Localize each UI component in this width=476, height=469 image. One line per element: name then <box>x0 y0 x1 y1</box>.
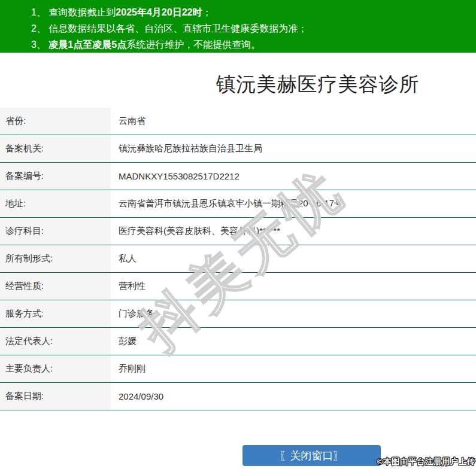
table-row-legal-representative: 法定代表人: 彭媛 <box>0 328 476 355</box>
notice-line-2-text: 2、 信息数据结果以各省、自治区、直辖市卫生健康委数据为准； <box>31 23 307 34</box>
row-value: MADNKXY1553082517D2212 <box>111 163 476 190</box>
row-value: 镇沅彝族哈尼族拉祜族自治县卫生局 <box>111 135 476 162</box>
row-label: 地址: <box>0 190 111 217</box>
table-row-service-mode: 服务方式: 门诊服务 <box>0 300 476 328</box>
row-value: 2024/09/30 <box>111 383 476 410</box>
notice-line-3-end: 系统进行维护，不能提供查询。 <box>126 39 260 50</box>
page-title: 镇沅美赫医疗美容诊所 <box>80 71 476 98</box>
row-label: 主要负责人: <box>0 355 111 382</box>
table-row-treatment-subjects: 诊疗科目: 医疗美容科(美容皮肤科、美容外科)****** <box>0 218 476 245</box>
table-row-filing-authority: 备案机关: 镇沅彝族哈尼族拉祜族自治县卫生局 <box>0 135 476 163</box>
table-row-ownership-form: 所有制形式: 私人 <box>0 245 476 273</box>
table-row-filing-date: 备案日期: 2024/09/30 <box>0 383 476 410</box>
table-row-principal: 主要负责人: 乔刚刚 <box>0 355 476 383</box>
table-row-filing-number: 备案编号: MADNKXY1553082517D2212 <box>0 163 476 190</box>
notice-banner: 1、 查询数据截止到2025年4月20日22时； 2、 信息数据结果以各省、自治… <box>0 0 476 53</box>
notice-line-2: 2、 信息数据结果以各省、自治区、直辖市卫生健康委数据为准； <box>31 20 470 36</box>
table-row-address: 地址: 云南省普洱市镇沅县恩乐镇哀牢小镇一期精品20-16-17号 <box>0 190 476 218</box>
row-value: 乔刚刚 <box>111 355 476 382</box>
upload-attribution-note: ©本图由平台注册用户上传 <box>377 456 475 467</box>
row-label: 诊疗科目: <box>0 218 111 245</box>
row-label: 经营性质: <box>0 273 111 300</box>
row-label: 省份: <box>0 108 111 135</box>
row-value: 私人 <box>111 245 476 272</box>
close-window-button[interactable]: 〖关闭窗口〗 <box>242 445 381 466</box>
row-value: 云南省 <box>111 108 476 135</box>
row-value: 医疗美容科(美容皮肤科、美容外科)****** <box>111 218 476 245</box>
notice-line-1-end: ； <box>202 7 211 17</box>
notice-line-3-text: 3、 <box>31 39 48 50</box>
notice-line-3: 3、 凌晨1点至凌晨5点系统进行维护，不能提供查询。 <box>31 36 470 53</box>
row-label: 备案机关: <box>0 135 111 162</box>
notice-line-3-bold: 凌晨1点至凌晨5点 <box>48 39 126 50</box>
notice-line-1: 1、 查询数据截止到2025年4月20日22时； <box>31 4 470 20</box>
row-label: 备案编号: <box>0 163 111 190</box>
notice-line-1-text: 1、 查询数据截止到 <box>31 7 116 17</box>
notice-line-1-bold: 2025年4月20日22时 <box>116 7 202 17</box>
table-row-province: 省份: 云南省 <box>0 108 476 135</box>
row-label: 法定代表人: <box>0 328 111 355</box>
row-value: 云南省普洱市镇沅县恩乐镇哀牢小镇一期精品20-16-17号 <box>111 190 476 217</box>
clinic-info-table: 省份: 云南省 备案机关: 镇沅彝族哈尼族拉祜族自治县卫生局 备案编号: MAD… <box>0 108 476 410</box>
row-value: 彭媛 <box>111 328 476 355</box>
row-label: 备案日期: <box>0 383 111 410</box>
row-value: 营利性 <box>111 273 476 300</box>
row-value: 门诊服务 <box>111 300 476 327</box>
row-label: 所有制形式: <box>0 245 111 272</box>
table-row-business-nature: 经营性质: 营利性 <box>0 273 476 300</box>
row-label: 服务方式: <box>0 300 111 327</box>
